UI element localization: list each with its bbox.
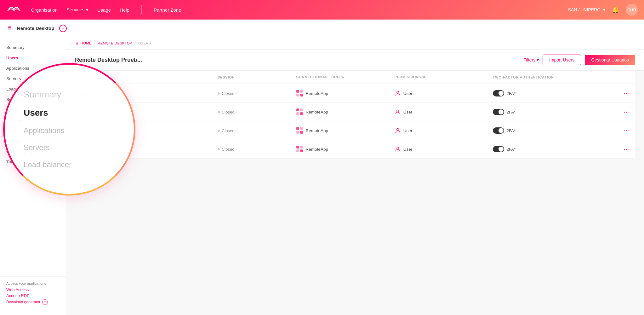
table-header-row: SESSION CONNECTION METHOD ⇅ PERMISSIONS … [75,71,635,84]
sidebar-item-templates[interactable]: Templates [0,115,66,125]
sidebar-item-events[interactable]: Events [0,105,66,115]
page-title: Remote Desktop Prueb... [75,57,142,63]
nav-right: SAN JUNIPERO ▾ 🔔 CUB [568,4,638,16]
nav-help[interactable]: Help [120,5,129,15]
user-cell-0: ...ices [75,84,213,103]
connection-type: RemoteApp [306,91,328,96]
filters-button[interactable]: Filters ▾ [523,57,539,62]
permissions-cell-3: User [390,140,488,159]
col-header-user [75,71,213,84]
logo[interactable] [6,3,21,16]
breadcrumb-home[interactable]: 🖥 HOME [75,41,92,45]
twofa-cell-1: 2FA* [488,103,606,121]
sidebar-item-users[interactable]: Users [0,53,66,63]
download-label: Download generator [6,300,40,304]
session-dot-small: • [236,129,237,132]
actions-cell-3: ··· [606,140,635,159]
session-dot-icon [218,111,220,113]
breadcrumb: 🖥 HOME / REMOTE DESKTOP / USERS [66,37,644,50]
twofa-toggle[interactable] [493,90,504,96]
actions-cell-1: ··· [606,103,635,121]
session-badge: Closed • [218,110,237,114]
more-options-button[interactable]: ··· [624,145,630,153]
twofa-toggle[interactable] [493,127,504,134]
user-icon [395,127,401,134]
connection-info: RemoteApp [296,146,385,153]
twofa-label: 2FA* [507,110,516,114]
remoteapp-grid-icon [296,108,303,115]
permission-level: User [403,128,413,133]
twofa-toggle[interactable] [493,146,504,152]
sort-permissions-icon[interactable]: ⇅ [423,75,426,79]
sidebar-item-servers[interactable]: Servers [0,73,66,84]
remote-desktop-icon: 🖥 [6,25,12,32]
nav-divider [141,5,142,15]
nav-organisation[interactable]: Organisation [31,5,58,15]
svg-point-1 [396,110,399,112]
session-dot-small: • [236,110,237,114]
sidebar: SummaryUsersApplicationsServersLoad bala… [0,37,66,315]
nav-usage[interactable]: Usage [97,5,111,15]
session-cell-2: Closed • [213,121,291,140]
permissions-cell-0: User [390,84,488,103]
sub-header-title: Remote Desktop [17,26,54,31]
session-dot-small: • [236,148,237,151]
col-header-session: SESSION [213,71,291,84]
session-dot-icon [218,130,220,132]
session-dot-icon [218,92,220,95]
permissions-cell-1: User [390,103,488,121]
twofa-cell-2: 2FA* [488,121,606,140]
sidebar-bottom-label: Access your applications [6,282,60,285]
sidebar-item-summary[interactable]: Summary [0,42,66,53]
content-area: 🖥 HOME / REMOTE DESKTOP / USERS Remote D… [66,37,644,315]
sidebar-item-load-balancer[interactable]: Load balancer [0,84,66,94]
sort-connection-icon[interactable]: ⇅ [341,75,344,79]
more-options-button[interactable]: ··· [624,108,630,116]
home-icon: 🖥 [75,41,79,45]
users-table: SESSION CONNECTION METHOD ⇅ PERMISSIONS … [75,71,635,159]
user-cell-3: ...om [75,140,213,159]
session-cell-3: Closed • [213,140,291,159]
twofa-toggle[interactable] [493,109,504,115]
twofa-label: 2FA* [507,147,516,152]
sidebar-item-applications[interactable]: Applications [0,63,66,73]
sidebar-item-sessions[interactable]: Sessions [0,94,66,105]
sidebar-item-backup[interactable]: Backup [0,136,66,146]
web-access-link[interactable]: Web Access [6,287,60,292]
connection-cell-3: RemoteApp [291,140,390,159]
acceso-rdp-link[interactable]: Acceso RDP [6,293,60,298]
user-email: ...om [80,147,208,151]
sidebar-item-tutorials[interactable]: Tutorials [0,157,66,167]
sidebar-item-customisation[interactable]: Customisation [0,146,66,157]
twofa-info: 2FA* [493,90,601,96]
sub-header: 🖥 Remote Desktop + [0,20,644,37]
table-wrapper: SESSION CONNECTION METHOD ⇅ PERMISSIONS … [66,71,644,315]
download-generator-link[interactable]: Download generator ? [6,299,60,305]
more-options-button[interactable]: ··· [624,89,630,97]
col-header-connection: CONNECTION METHOD ⇅ [291,71,390,84]
connection-cell-1: RemoteApp [291,103,390,121]
nav-links: Organisation Services ▾ Usage Help Partn… [31,5,568,15]
add-service-button[interactable]: + [59,25,67,32]
session-status: Closed [222,110,234,114]
bell-icon[interactable]: 🔔 [612,6,619,14]
sidebar-item-printers[interactable]: Printers [0,125,66,136]
nav-services[interactable]: Services ▾ [66,5,88,15]
twofa-info: 2FA* [493,127,601,134]
more-options-button[interactable]: ··· [624,126,630,135]
col-header-twofa: TWO-FACTOR AUTHENTICATION [488,71,606,84]
connection-info: RemoteApp [296,127,385,134]
region-selector[interactable]: SAN JUNIPERO ▾ [568,7,605,12]
table-body: ...ices Closed • Remo [75,84,635,159]
gestionar-usuarios-button[interactable]: Gestionar Usuarios [585,55,635,65]
user-email: ...ices [80,91,208,96]
user-cell-1 [75,103,213,121]
session-badge: Closed • [218,147,237,152]
session-badge: Closed • [218,128,237,133]
permissions-info: User [395,146,483,152]
nav-partner-zone[interactable]: Partner Zone [154,5,181,15]
permission-level: User [403,147,413,152]
breadcrumb-remote-desktop[interactable]: REMOTE DESKTOP [98,41,132,45]
import-users-button[interactable]: Import Users [543,55,581,65]
avatar[interactable]: CUB [626,4,638,16]
